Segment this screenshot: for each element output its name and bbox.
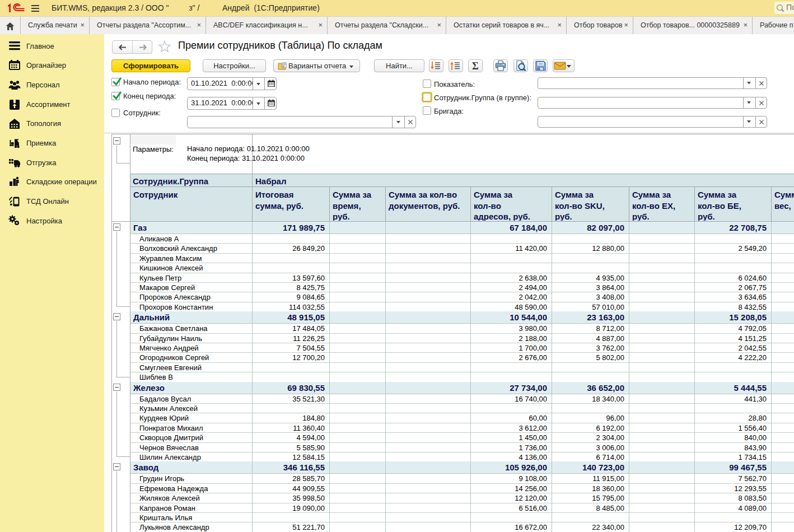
svg-text:Σ: Σ	[472, 60, 479, 72]
